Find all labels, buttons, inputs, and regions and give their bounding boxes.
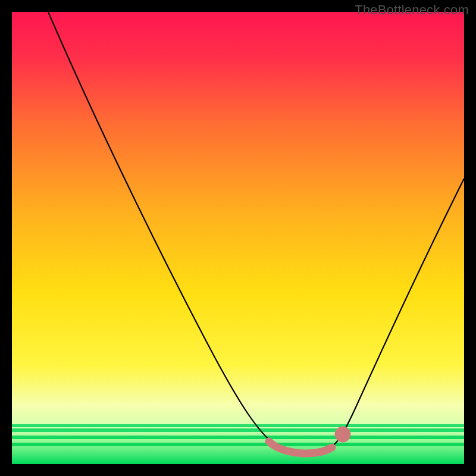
sweet-spot-highlight (269, 430, 347, 453)
watermark-text: TheBottleneck.com (355, 2, 469, 18)
svg-point-5 (339, 430, 347, 439)
chart-frame (12, 12, 464, 464)
bottleneck-curve (12, 12, 464, 464)
curve-path (48, 12, 464, 453)
